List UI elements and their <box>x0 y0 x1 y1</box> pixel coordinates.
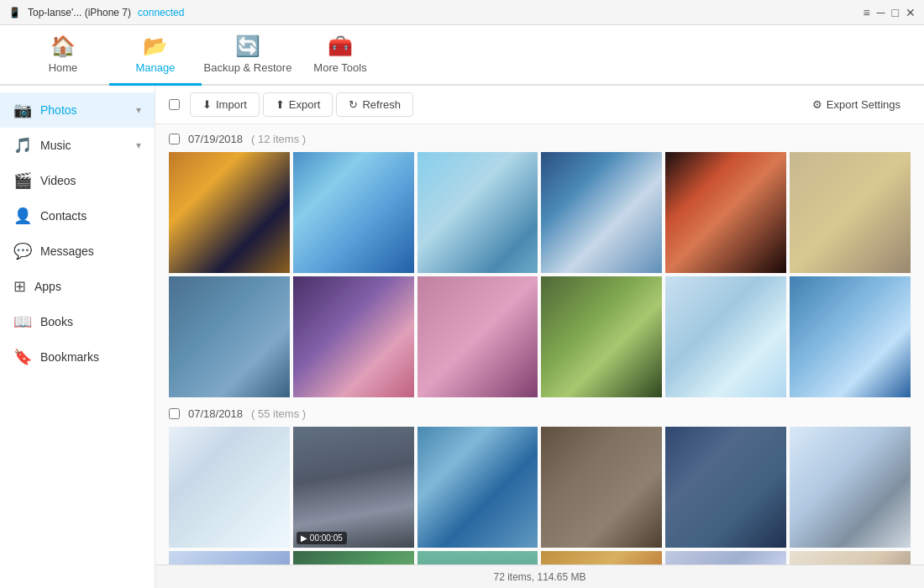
nav-manage[interactable]: 📂 Manage <box>109 25 202 86</box>
photo-thumb[interactable] <box>790 427 911 548</box>
sidebar-videos-label: Videos <box>40 174 76 187</box>
photo-thumb[interactable] <box>790 551 911 564</box>
device-icon: 📱 <box>8 7 21 18</box>
photo-grid-0718-r2 <box>169 551 911 564</box>
music-chevron-icon: ▾ <box>136 139 141 151</box>
sidebar-item-videos[interactable]: 🎬 Videos <box>0 163 155 198</box>
nav-more-tools[interactable]: 🧰 More Tools <box>294 25 386 86</box>
photo-thumb[interactable] <box>293 152 414 273</box>
sidebar-books-label: Books <box>40 315 73 328</box>
video-icon: ▶ <box>301 533 307 543</box>
photo-thumb[interactable] <box>169 427 290 548</box>
photo-thumb[interactable] <box>541 276 662 397</box>
export-button[interactable]: ⬆ Export <box>263 92 333 117</box>
photo-thumb[interactable]: ▶ 00:00:05 <box>293 427 414 548</box>
refresh-button[interactable]: ↻ Refresh <box>336 92 413 117</box>
photo-grid-0719-r1 <box>169 152 911 273</box>
video-badge: ▶ 00:00:05 <box>297 532 347 544</box>
minimize-icon[interactable]: ─ <box>877 6 885 19</box>
sidebar-messages-label: Messages <box>40 244 94 258</box>
bookmarks-icon: 🔖 <box>13 348 32 366</box>
photo-area: 07/19/2018 ( 12 items ) <box>155 124 924 564</box>
nav-home[interactable]: 🏠 Home <box>17 25 109 86</box>
photo-thumb[interactable] <box>665 152 786 273</box>
video-duration: 00:00:05 <box>310 533 343 543</box>
date-0719: 07/19/2018 <box>188 133 243 145</box>
export-settings-button[interactable]: ⚙ Export Settings <box>802 93 911 116</box>
count-0719: ( 12 items ) <box>251 133 306 145</box>
select-all-checkbox[interactable] <box>169 99 180 110</box>
sidebar-bookmarks-label: Bookmarks <box>40 350 99 364</box>
content-area: ⬇ Import ⬆ Export ↻ Refresh ⚙ Export Set… <box>155 86 924 588</box>
device-name: Top-lanse'... (iPhone 7) <box>28 7 131 18</box>
sidebar-photos-label: Photos <box>40 103 77 117</box>
photo-thumb[interactable] <box>417 276 538 397</box>
export-label: Export <box>289 98 321 111</box>
photo-grid-0718-r1: ▶ 00:00:05 <box>169 427 911 548</box>
sidebar-item-books[interactable]: 📖 Books <box>0 304 155 339</box>
date-0718: 07/18/2018 <box>188 407 243 420</box>
photo-thumb[interactable] <box>790 276 911 397</box>
sidebar-item-music[interactable]: 🎵 Music ▾ <box>0 128 155 163</box>
manage-icon: 📂 <box>143 34 168 58</box>
sidebar-item-photos[interactable]: 📷 Photos ▾ <box>0 92 155 128</box>
import-icon: ⬇ <box>202 98 212 111</box>
nav-backup-restore[interactable]: 🔄 Backup & Restore <box>202 25 294 86</box>
sidebar-item-contacts[interactable]: 👤 Contacts <box>0 198 155 234</box>
export-icon: ⬆ <box>276 98 285 111</box>
section-0718-checkbox[interactable] <box>169 408 180 419</box>
main-layout: 📷 Photos ▾ 🎵 Music ▾ 🎬 Videos 👤 Contacts… <box>0 86 924 588</box>
videos-icon: 🎬 <box>13 171 32 190</box>
photo-thumb[interactable] <box>665 276 786 397</box>
photo-thumb[interactable] <box>169 152 290 273</box>
gear-icon: ⚙ <box>812 98 822 111</box>
import-button[interactable]: ⬇ Import <box>190 92 260 117</box>
maximize-icon[interactable]: □ <box>892 6 899 19</box>
photo-thumb[interactable] <box>541 551 662 564</box>
nav-tools-label: More Tools <box>313 61 366 74</box>
photos-icon: 📷 <box>13 101 32 119</box>
photo-thumb[interactable] <box>417 427 538 548</box>
refresh-icon: ↻ <box>349 98 358 111</box>
home-icon: 🏠 <box>50 34 76 58</box>
tools-icon: 🧰 <box>328 34 353 58</box>
sidebar-item-apps[interactable]: ⊞ Apps <box>0 269 155 304</box>
sidebar-item-messages[interactable]: 💬 Messages <box>0 234 155 269</box>
photo-thumb[interactable] <box>790 152 911 273</box>
nav-backup-label: Backup & Restore <box>204 61 292 74</box>
titlebar-left: 📱 Top-lanse'... (iPhone 7) connected <box>8 7 184 18</box>
titlebar-controls[interactable]: ≡ ─ □ ✕ <box>863 6 916 19</box>
status-text: 72 items, 114.65 MB <box>493 571 585 583</box>
close-icon[interactable]: ✕ <box>906 6 916 19</box>
messages-icon: 💬 <box>13 242 32 260</box>
contacts-icon: 👤 <box>13 207 32 225</box>
photo-thumb[interactable] <box>169 551 290 564</box>
export-settings-label: Export Settings <box>827 98 900 111</box>
photo-thumb[interactable] <box>293 551 414 564</box>
photo-thumb[interactable] <box>417 551 538 564</box>
nav-home-label: Home <box>49 61 78 74</box>
music-icon: 🎵 <box>13 136 32 155</box>
sidebar-contacts-label: Contacts <box>40 209 87 223</box>
statusbar: 72 items, 114.65 MB <box>155 564 924 588</box>
toolbar: ⬇ Import ⬆ Export ↻ Refresh ⚙ Export Set… <box>155 86 924 124</box>
date-section-0719: 07/19/2018 ( 12 items ) <box>169 133 911 397</box>
device-status: connected <box>138 7 184 18</box>
photo-thumb[interactable] <box>665 427 786 548</box>
photo-thumb[interactable] <box>665 551 786 564</box>
apps-icon: ⊞ <box>13 277 26 296</box>
sidebar-item-bookmarks[interactable]: 🔖 Bookmarks <box>0 339 155 375</box>
toolbar-right: ⚙ Export Settings <box>802 93 911 116</box>
date-section-0718: 07/18/2018 ( 55 items ) ▶ 00:00:05 <box>169 407 911 564</box>
photo-thumb[interactable] <box>169 276 290 397</box>
photo-thumb[interactable] <box>417 152 538 273</box>
photo-thumb[interactable] <box>293 276 414 397</box>
photo-thumb[interactable] <box>541 152 662 273</box>
section-0719-checkbox[interactable] <box>169 134 180 144</box>
sidebar-apps-label: Apps <box>34 280 61 293</box>
photo-thumb[interactable] <box>541 427 662 548</box>
menu-icon[interactable]: ≡ <box>863 6 869 19</box>
count-0718: ( 55 items ) <box>251 407 306 420</box>
sidebar: 📷 Photos ▾ 🎵 Music ▾ 🎬 Videos 👤 Contacts… <box>0 86 155 588</box>
import-label: Import <box>216 98 247 111</box>
